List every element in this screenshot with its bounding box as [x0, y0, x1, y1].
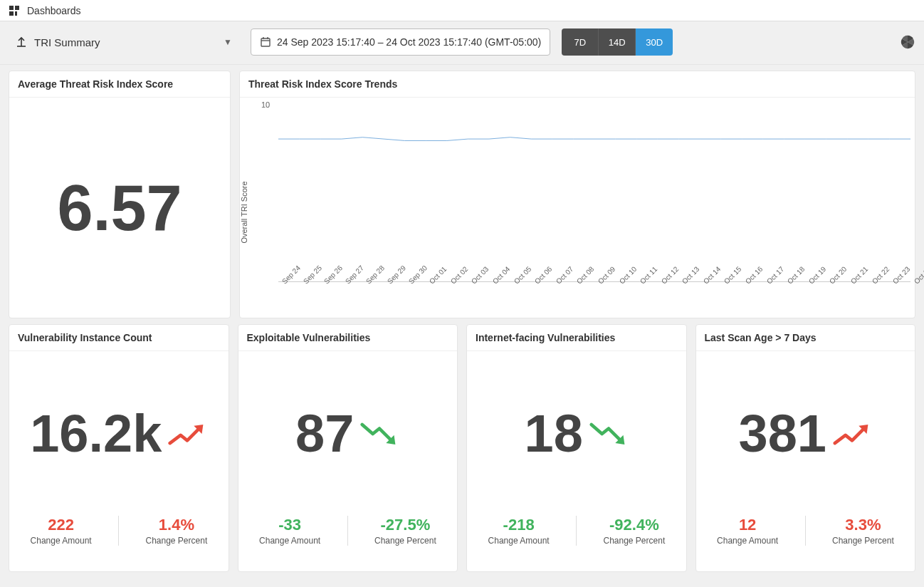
kpi-card: Internet-facing Vulnerabilities18-218Cha…: [466, 324, 687, 572]
snapshot-button[interactable]: [900, 34, 915, 50]
trend-up-icon: [829, 418, 872, 450]
calendar-icon: [260, 36, 271, 48]
x-tick-label: Oct 03: [470, 280, 495, 305]
change-amount-label: Change Amount: [696, 536, 799, 546]
trend-up-icon: [164, 418, 207, 450]
x-tick-label: Oct 10: [617, 280, 642, 305]
x-tick-label: Oct 08: [575, 280, 600, 305]
x-tick-label: Sep 27: [344, 280, 369, 305]
x-tick-label: Oct 12: [660, 280, 685, 305]
x-tick-label: Oct 14: [702, 280, 727, 305]
x-tick-label: Oct 20: [828, 280, 853, 305]
trend-down-icon: [586, 418, 629, 450]
range-7d-button[interactable]: 7D: [562, 28, 599, 56]
range-14d-button[interactable]: 14D: [599, 28, 636, 56]
change-amount: 222: [9, 516, 112, 534]
kpi-value: 18: [525, 407, 583, 460]
dashboard-selector[interactable]: TRI Summary ▼: [9, 28, 239, 56]
x-tick-label: Oct 16: [744, 280, 769, 305]
kpi-card: Exploitable Vulnerabilities87-33Change A…: [238, 324, 458, 572]
x-tick-label: Oct 09: [597, 280, 621, 305]
change-amount: -218: [467, 516, 570, 534]
range-button-group: 7D 14D 30D: [562, 28, 673, 56]
x-tick-label: Sep 25: [301, 280, 326, 305]
x-tick-label: Oct 23: [891, 280, 916, 305]
change-amount: -33: [238, 516, 342, 534]
kpi-value: 16.2k: [30, 407, 162, 460]
chevron-down-icon: ▼: [224, 37, 232, 47]
svg-rect-0: [9, 6, 14, 10]
x-tick-label: Oct 21: [849, 280, 874, 305]
avg-tri-value: 6.57: [57, 176, 182, 240]
change-amount-label: Change Amount: [238, 536, 342, 546]
kpi-value: 381: [739, 407, 826, 460]
x-tick-label: Oct 17: [765, 280, 789, 305]
card-title: Threat Risk Index Score Trends: [240, 71, 915, 98]
x-tick-label: Oct 24: [913, 280, 924, 305]
page-title: Dashboards: [27, 5, 81, 16]
x-axis-labels: Sep 24Sep 25Sep 26Sep 27Sep 28Sep 29Sep …: [278, 278, 910, 313]
card-title: Vulnerability Instance Count: [9, 325, 229, 351]
change-percent: -27.5%: [354, 516, 457, 534]
x-tick-label: Oct 22: [870, 280, 895, 305]
tri-trends-card: Threat Risk Index Score Trends 10 Overal…: [239, 71, 915, 318]
date-range-text: 24 Sep 2023 15:17:40 – 24 Oct 2023 15:17…: [277, 36, 541, 48]
filter-up-icon: [16, 36, 27, 48]
change-percent-label: Change Percent: [125, 536, 228, 546]
svg-rect-2: [9, 11, 14, 16]
x-tick-label: Oct 05: [512, 280, 537, 305]
x-tick-label: Oct 15: [723, 280, 747, 305]
x-tick-label: Sep 28: [364, 280, 389, 305]
camera-shutter-icon: [900, 34, 915, 50]
dashboard-selector-label: TRI Summary: [34, 36, 100, 48]
range-30d-button[interactable]: 30D: [636, 28, 673, 56]
change-percent-label: Change Percent: [582, 536, 686, 546]
change-amount: 12: [696, 516, 799, 534]
change-amount-label: Change Amount: [467, 536, 570, 546]
date-range-picker[interactable]: 24 Sep 2023 15:17:40 – 24 Oct 2023 15:17…: [251, 28, 550, 56]
change-percent-label: Change Percent: [354, 536, 457, 546]
x-tick-label: Oct 04: [491, 280, 516, 305]
dashboard-grid-icon: [9, 5, 20, 16]
x-tick-label: Oct 19: [807, 280, 832, 305]
kpi-card: Vulnerability Instance Count16.2k222Chan…: [9, 324, 229, 572]
x-tick-label: Sep 24: [280, 280, 305, 305]
change-percent: -92.4%: [582, 516, 686, 534]
x-tick-label: Oct 13: [681, 280, 705, 305]
change-percent: 3.3%: [812, 516, 915, 534]
tri-trends-chart[interactable]: 10 Overall TRI Score Sep 24Sep 25Sep 26S…: [240, 98, 915, 318]
change-percent-label: Change Percent: [812, 536, 915, 546]
x-tick-label: Oct 01: [428, 280, 453, 305]
x-tick-label: Oct 11: [639, 280, 663, 305]
change-percent: 1.4%: [125, 516, 228, 534]
x-tick-label: Sep 26: [322, 280, 347, 305]
x-tick-label: Sep 29: [386, 280, 411, 305]
x-tick-label: Oct 07: [555, 280, 579, 305]
card-title: Internet-facing Vulnerabilities: [467, 325, 686, 351]
y-tick: 10: [261, 100, 270, 109]
change-amount-label: Change Amount: [9, 536, 112, 546]
svg-rect-1: [15, 6, 19, 10]
kpi-card: Last Scan Age > 7 Days38112Change Amount…: [695, 324, 916, 572]
svg-rect-4: [261, 38, 270, 46]
y-axis-label: Overall TRI Score: [240, 181, 248, 243]
card-title: Average Threat Risk Index Score: [9, 71, 230, 98]
x-tick-label: Oct 18: [786, 280, 811, 305]
avg-tri-card: Average Threat Risk Index Score 6.57: [9, 71, 231, 318]
x-tick-label: Sep 30: [406, 280, 431, 305]
svg-rect-3: [15, 11, 17, 16]
kpi-value: 87: [295, 407, 354, 460]
x-tick-label: Oct 02: [449, 280, 474, 305]
trend-down-icon: [357, 418, 399, 450]
trend-line: [278, 112, 910, 281]
x-tick-label: Oct 06: [533, 280, 558, 305]
card-title: Last Scan Age > 7 Days: [696, 325, 915, 351]
card-title: Exploitable Vulnerabilities: [238, 325, 458, 351]
